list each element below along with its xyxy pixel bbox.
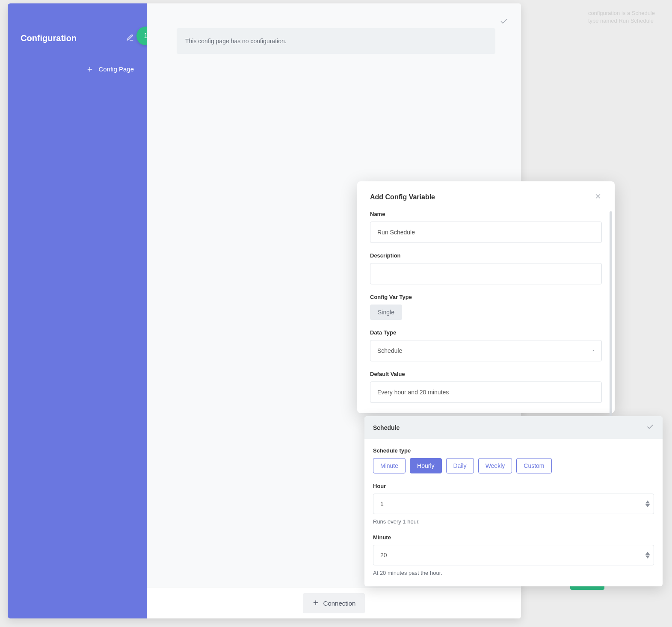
sidebar: Configuration 1 Config Page bbox=[8, 3, 147, 618]
add-config-page-button[interactable]: Config Page bbox=[21, 65, 134, 73]
schedule-type-label: Schedule type bbox=[373, 447, 654, 454]
default-value-input[interactable] bbox=[370, 382, 602, 403]
data-type-select[interactable] bbox=[370, 340, 602, 361]
footer-bar: Connection bbox=[147, 588, 521, 618]
description-input[interactable] bbox=[370, 263, 602, 284]
empty-config-banner: This config page has no configuration. bbox=[177, 28, 495, 54]
sidebar-title: Configuration bbox=[21, 33, 77, 43]
background-ghost-text: configuration is a Schedule type named R… bbox=[588, 9, 655, 25]
hour-stepper[interactable] bbox=[645, 500, 650, 507]
default-value-label: Default Value bbox=[370, 371, 602, 377]
schedule-type-minute[interactable]: Minute bbox=[373, 458, 406, 473]
plus-icon bbox=[86, 66, 93, 73]
minute-helper-text: At 20 minutes past the hour. bbox=[373, 570, 654, 576]
hour-label: Hour bbox=[373, 483, 654, 489]
config-var-type-label: Config Var Type bbox=[370, 294, 602, 300]
plus-icon bbox=[312, 599, 319, 607]
edit-icon[interactable] bbox=[126, 34, 134, 43]
hour-helper-text: Runs every 1 hour. bbox=[373, 518, 654, 525]
schedule-popover: Schedule Schedule type MinuteHourlyDaily… bbox=[364, 416, 663, 586]
minute-stepper[interactable] bbox=[645, 552, 650, 559]
config-var-type-pill[interactable]: Single bbox=[370, 305, 402, 320]
add-config-variable-modal: Add Config Variable Name Description Con… bbox=[357, 181, 615, 413]
data-type-label: Data Type bbox=[370, 329, 602, 336]
name-label: Name bbox=[370, 211, 602, 217]
name-input[interactable] bbox=[370, 222, 602, 243]
check-icon[interactable] bbox=[500, 17, 508, 27]
schedule-type-custom[interactable]: Custom bbox=[516, 458, 551, 473]
description-label: Description bbox=[370, 252, 602, 259]
schedule-type-weekly[interactable]: Weekly bbox=[478, 458, 512, 473]
schedule-type-hourly[interactable]: Hourly bbox=[410, 458, 441, 473]
schedule-type-daily[interactable]: Daily bbox=[446, 458, 474, 473]
hour-input[interactable] bbox=[373, 494, 654, 514]
close-icon[interactable] bbox=[594, 192, 602, 201]
schedule-popover-title: Schedule bbox=[373, 424, 400, 431]
add-connection-button[interactable]: Connection bbox=[303, 593, 365, 613]
minute-label: Minute bbox=[373, 534, 654, 541]
schedule-type-segmented: MinuteHourlyDailyWeeklyCustom bbox=[373, 458, 654, 473]
modal-title: Add Config Variable bbox=[370, 193, 435, 201]
add-config-page-label: Config Page bbox=[98, 65, 134, 73]
connection-button-label: Connection bbox=[323, 600, 356, 607]
check-icon[interactable] bbox=[646, 423, 654, 432]
minute-input[interactable] bbox=[373, 545, 654, 565]
